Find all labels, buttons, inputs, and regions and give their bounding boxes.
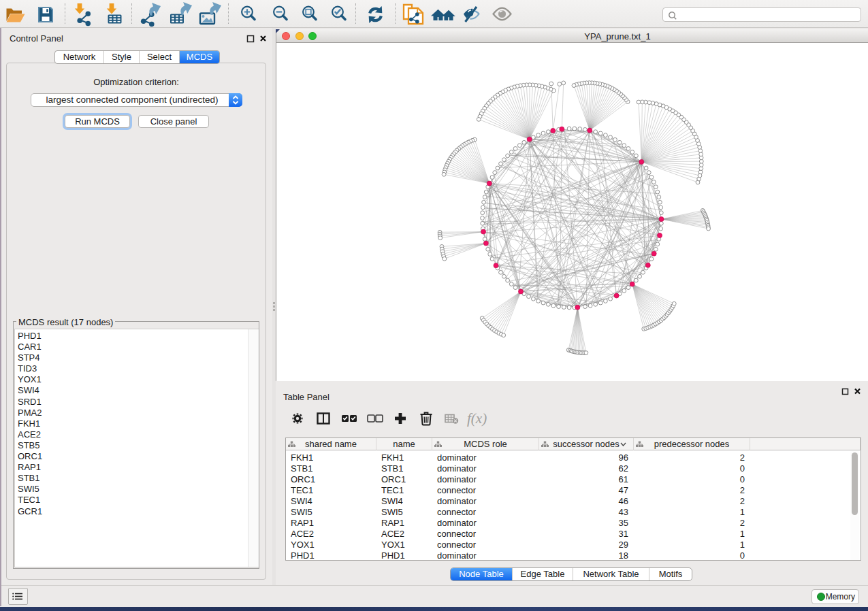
svg-text:f(x): f(x) — [467, 410, 487, 427]
